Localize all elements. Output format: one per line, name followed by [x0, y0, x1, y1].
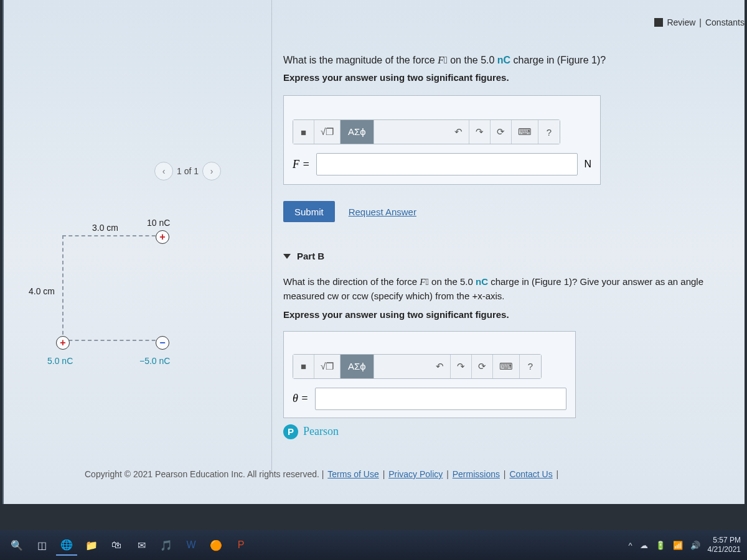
help-button-b[interactable]: ?: [520, 355, 541, 378]
copyright-footer: Copyright © 2021 Pearson Education Inc. …: [85, 469, 558, 479]
keyboard-button-b[interactable]: ⌨: [493, 355, 520, 378]
label-q-top: 10 nC: [147, 218, 170, 228]
undo-button[interactable]: ↶: [448, 120, 469, 144]
partA-answer-input[interactable]: [316, 153, 578, 175]
redo-button-b[interactable]: ↷: [451, 355, 472, 378]
figure-diagram: 3.0 cm 4.0 cm 10 nC 5.0 nC −5.0 nC + + −: [30, 218, 204, 392]
template-button[interactable]: ■: [293, 120, 314, 144]
partB-lhs: θ =: [293, 392, 309, 405]
terms-link[interactable]: Terms of Use: [327, 469, 378, 479]
mail-icon[interactable]: ✉: [131, 534, 152, 556]
partB-question: What is the direction of the force F⃗ on…: [283, 275, 719, 303]
help-button[interactable]: ?: [538, 120, 560, 144]
charge-top-icon: +: [156, 230, 169, 244]
keyboard-button[interactable]: ⌨: [512, 120, 538, 144]
partA-instruction: Express your answer using two significan…: [283, 72, 746, 83]
taskbar-clock[interactable]: 5:57 PM 4/21/2021: [708, 536, 741, 554]
charge-bl-icon: +: [56, 336, 70, 350]
figure-next-button[interactable]: ›: [202, 162, 221, 180]
template-button-b[interactable]: ■: [293, 355, 314, 378]
chevron-up-icon[interactable]: ^: [629, 541, 632, 550]
redo-button[interactable]: ↷: [469, 120, 491, 144]
partB-header[interactable]: Part B: [283, 251, 746, 261]
sqrt-button[interactable]: √❐: [314, 120, 341, 144]
chrome-icon[interactable]: 🟠: [205, 534, 227, 556]
undo-button-b[interactable]: ↶: [430, 355, 451, 378]
collapse-icon: [283, 254, 291, 259]
partB-toolbar: ■ √❐ ΑΣϕ ↶ ↷ ⟳ ⌨ ?: [293, 354, 542, 379]
search-icon[interactable]: 🔍: [6, 534, 27, 556]
permissions-link[interactable]: Permissions: [453, 469, 500, 479]
greek-button-b[interactable]: ΑΣϕ: [341, 355, 374, 378]
edge-icon[interactable]: 🌐: [56, 534, 77, 556]
store-icon[interactable]: 🛍: [106, 534, 127, 556]
privacy-link[interactable]: Privacy Policy: [388, 469, 443, 479]
windows-taskbar: 🔍 ◫ 🌐 📁 🛍 ✉ 🎵 W 🟠 P ^ ☁ 🔋 📶 🔊 5:57 PM 4/…: [0, 530, 747, 560]
partB-title: Part B: [297, 251, 324, 261]
partA-submit-button[interactable]: Submit: [283, 201, 335, 222]
label-q-br: −5.0 nC: [139, 356, 170, 366]
partA-lhs: F =: [293, 158, 310, 171]
label-left-dist: 4.0 cm: [29, 286, 55, 296]
label-q-bl: 5.0 nC: [47, 356, 73, 366]
contact-link[interactable]: Contact Us: [509, 469, 552, 479]
file-explorer-icon[interactable]: 📁: [81, 534, 102, 556]
wifi-icon[interactable]: 📶: [673, 541, 683, 550]
partA-unit: N: [584, 159, 591, 170]
word-icon[interactable]: W: [181, 534, 202, 556]
charge-br-icon: −: [156, 336, 169, 350]
reset-button-b[interactable]: ⟳: [472, 355, 493, 378]
powerpoint-icon[interactable]: P: [230, 534, 251, 556]
partB-answer-input[interactable]: [315, 388, 567, 410]
music-icon[interactable]: 🎵: [156, 534, 177, 556]
volume-icon[interactable]: 🔊: [690, 541, 700, 550]
task-view-icon[interactable]: ◫: [31, 534, 52, 556]
figure-counter: 1 of 1: [177, 166, 199, 176]
greek-button[interactable]: ΑΣϕ: [341, 120, 374, 144]
battery-icon[interactable]: 🔋: [655, 541, 665, 550]
partA-request-answer-link[interactable]: Request Answer: [349, 207, 416, 217]
partB-instruction: Express your answer using two significan…: [283, 309, 746, 320]
partA-question: What is the magnitude of the force F⃗ on…: [283, 55, 746, 66]
pearson-brand: P Pearson: [283, 424, 746, 439]
sqrt-button-b[interactable]: √❐: [314, 355, 341, 378]
figure-prev-button[interactable]: ‹: [154, 162, 173, 180]
pearson-icon: P: [283, 424, 298, 439]
onedrive-icon[interactable]: ☁: [640, 541, 648, 550]
label-top-dist: 3.0 cm: [92, 223, 118, 233]
reset-button[interactable]: ⟳: [491, 120, 512, 144]
partA-toolbar: ■ √❐ ΑΣϕ ↶ ↷ ⟳ ⌨ ?: [293, 119, 560, 144]
